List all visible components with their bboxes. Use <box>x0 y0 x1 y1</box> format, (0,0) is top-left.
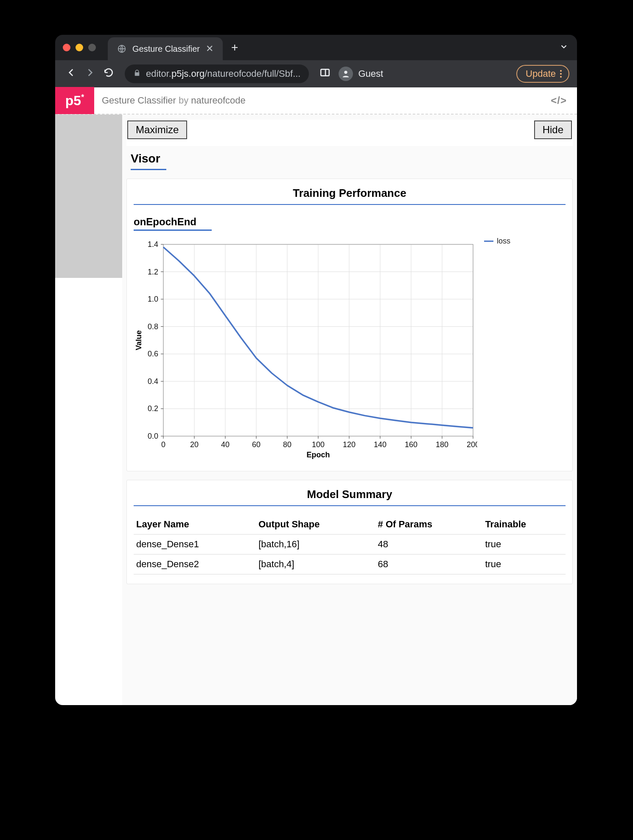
table-header: Layer Name <box>134 515 256 535</box>
sketch-canvas[interactable] <box>55 115 122 278</box>
tab-bar: Gesture Classifier ✕ + <box>55 35 577 60</box>
table-row: dense_Dense1[batch,16]48true <box>134 535 566 554</box>
svg-text:100: 100 <box>312 440 325 449</box>
svg-text:40: 40 <box>221 440 230 449</box>
table-cell: [batch,16] <box>256 535 375 554</box>
svg-text:Epoch: Epoch <box>306 451 330 459</box>
sketch-heading: Gesture Classifier by natureofcode <box>102 95 246 106</box>
svg-point-2 <box>345 71 347 74</box>
model-summary-table: Layer NameOutput Shape# Of ParamsTrainab… <box>134 515 566 574</box>
visor-tab-title[interactable]: Visor <box>126 146 573 169</box>
svg-text:0.8: 0.8 <box>148 322 158 331</box>
svg-text:140: 140 <box>374 440 387 449</box>
svg-text:0.6: 0.6 <box>148 350 158 358</box>
minimize-window-button[interactable] <box>76 44 83 51</box>
profile-label: Guest <box>358 68 383 79</box>
svg-text:0.2: 0.2 <box>148 404 158 413</box>
url-text: editor.p5js.org/natureofcode/full/Sbf... <box>146 68 300 79</box>
tab-overflow-button[interactable] <box>559 42 569 53</box>
maximize-button[interactable]: Maximize <box>127 120 187 139</box>
p5-logo[interactable]: p5* <box>55 87 94 114</box>
more-icon <box>560 70 562 78</box>
svg-text:1.2: 1.2 <box>148 268 158 276</box>
chart-subtitle: onEpochEnd <box>134 216 566 228</box>
table-cell: true <box>482 554 566 574</box>
svg-text:120: 120 <box>343 440 356 449</box>
svg-text:1.4: 1.4 <box>148 240 158 249</box>
p5-header: p5* Gesture Classifier by natureofcode <… <box>55 87 577 115</box>
table-cell: 48 <box>375 535 483 554</box>
card-title: Training Performance <box>134 187 566 205</box>
browser-window: Gesture Classifier ✕ + editor.p5js.org/n… <box>55 35 577 705</box>
svg-text:0: 0 <box>161 440 165 449</box>
close-tab-icon[interactable]: ✕ <box>206 43 213 54</box>
table-row: dense_Dense2[batch,4]68true <box>134 554 566 574</box>
forward-button[interactable] <box>81 67 98 81</box>
svg-text:160: 160 <box>405 440 417 449</box>
sketch-author[interactable]: natureofcode <box>191 95 245 106</box>
summary-title: Model Summary <box>134 488 566 506</box>
legend-label: loss <box>497 237 510 246</box>
window-controls <box>63 44 96 51</box>
browser-tab[interactable]: Gesture Classifier ✕ <box>108 37 223 60</box>
table-header: Output Shape <box>256 515 375 535</box>
table-cell: true <box>482 535 566 554</box>
lock-icon <box>133 68 141 79</box>
close-window-button[interactable] <box>63 44 70 51</box>
sketch-name: Gesture Classifier <box>102 95 176 106</box>
address-bar[interactable]: editor.p5js.org/natureofcode/full/Sbf... <box>125 64 309 83</box>
panel-icon[interactable] <box>316 67 333 81</box>
tab-title: Gesture Classifier <box>132 44 200 54</box>
legend-swatch <box>484 241 493 242</box>
browser-toolbar: editor.p5js.org/natureofcode/full/Sbf...… <box>55 60 577 87</box>
table-cell: dense_Dense1 <box>134 535 256 554</box>
visor-controls: Maximize Hide <box>126 120 573 146</box>
training-performance-card: Training Performance onEpochEnd 02040608… <box>126 179 573 471</box>
back-button[interactable] <box>63 67 80 81</box>
svg-text:0.0: 0.0 <box>148 432 158 440</box>
table-header: Trainable <box>482 515 566 535</box>
page-content: Maximize Hide Visor Training Performance… <box>55 115 577 705</box>
svg-text:20: 20 <box>190 440 199 449</box>
svg-text:200: 200 <box>467 440 477 449</box>
svg-text:60: 60 <box>252 440 260 449</box>
chart-legend: loss <box>484 237 510 246</box>
new-tab-button[interactable]: + <box>231 41 238 54</box>
svg-text:1.0: 1.0 <box>148 295 158 303</box>
table-cell: [batch,4] <box>256 554 375 574</box>
table-cell: dense_Dense2 <box>134 554 256 574</box>
loss-chart: 0204060801001201401601802000.00.20.40.60… <box>134 237 477 462</box>
zoom-window-button[interactable] <box>88 44 96 51</box>
model-summary-card: Model Summary Layer NameOutput Shape# Of… <box>126 480 573 584</box>
svg-text:Value: Value <box>134 330 143 350</box>
hide-button[interactable]: Hide <box>534 120 572 139</box>
reload-button[interactable] <box>100 67 117 81</box>
update-button[interactable]: Update <box>516 65 569 83</box>
tfjs-visor: Maximize Hide Visor Training Performance… <box>122 115 577 705</box>
svg-text:80: 80 <box>283 440 291 449</box>
svg-text:180: 180 <box>436 440 448 449</box>
view-code-button[interactable]: </> <box>551 95 567 106</box>
update-label: Update <box>526 68 556 79</box>
globe-icon <box>117 44 126 53</box>
table-cell: 68 <box>375 554 483 574</box>
table-header: # Of Params <box>375 515 483 535</box>
visor-tab-underline <box>131 169 166 170</box>
profile-avatar[interactable] <box>339 67 353 81</box>
svg-text:0.4: 0.4 <box>148 377 158 386</box>
